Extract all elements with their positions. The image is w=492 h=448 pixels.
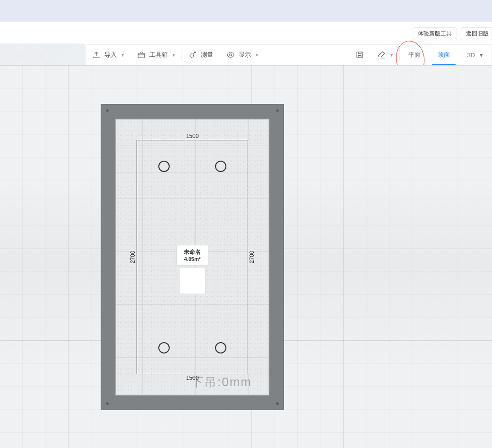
dimension-height-right: 2700 <box>249 248 255 267</box>
view-tabs: 平面 顶面 3D ▾ <box>400 45 492 65</box>
measure-button[interactable]: 测量 <box>182 45 220 65</box>
ceiling-light[interactable] <box>215 342 226 353</box>
ceiling-light[interactable] <box>158 342 170 353</box>
svg-rect-0 <box>138 53 145 58</box>
try-new-version-button[interactable]: 体验新版工具 <box>413 27 457 40</box>
chevron-down-icon: ▾ <box>256 52 258 58</box>
import-label: 导入 <box>104 51 117 59</box>
measure-label: 测量 <box>201 51 213 59</box>
toolbox-button[interactable]: 工具箱 ▾ <box>130 45 181 65</box>
eraser-button[interactable]: ▾ <box>371 45 399 65</box>
ceiling-light[interactable] <box>158 161 170 172</box>
header-actions: 体验新版工具 返回旧版 <box>413 27 492 40</box>
svg-rect-3 <box>357 52 363 58</box>
tab-3d-label: 3D <box>467 52 475 59</box>
corner-dot <box>276 402 279 405</box>
corner-dot <box>276 109 279 112</box>
display-label: 显示 <box>239 51 251 59</box>
toolbox-label: 工具箱 <box>149 51 168 59</box>
room-area: 4.05m² <box>179 256 206 262</box>
chevron-down-icon: ▾ <box>121 52 124 58</box>
design-canvas[interactable]: 1500 1500 2700 2700 未命名 4.05m² 下吊:0mm <box>0 65 492 448</box>
title-bar <box>0 0 492 24</box>
eraser-icon <box>377 51 386 59</box>
room-interior[interactable]: 1500 1500 2700 2700 未命名 4.05m² 下吊:0mm <box>115 119 269 396</box>
import-button[interactable]: 导入 ▾ <box>86 45 130 65</box>
room-name: 未命名 <box>179 248 206 256</box>
toolbar-left-gap <box>0 43 85 66</box>
measure-icon <box>189 51 197 59</box>
chevron-down-icon: ▾ <box>173 52 175 58</box>
tab-3d[interactable]: 3D ▾ <box>458 45 492 65</box>
dimension-height-left: 2700 <box>129 248 136 267</box>
drop-height-label: 下吊:0mm <box>191 374 252 390</box>
corner-dot <box>106 109 109 112</box>
chevron-down-icon: ▾ <box>480 52 483 59</box>
tab-top[interactable]: 顶面 <box>429 45 458 65</box>
ceiling-panel[interactable] <box>179 267 206 294</box>
toolbox-icon <box>137 51 146 59</box>
ceiling-light[interactable] <box>215 161 226 172</box>
upload-icon <box>92 51 101 59</box>
room-label-panel[interactable]: 未命名 4.05m² <box>176 245 208 265</box>
chevron-down-icon: ▾ <box>390 52 393 58</box>
eye-icon <box>226 51 235 59</box>
display-button[interactable]: 显示 ▾ <box>220 45 265 65</box>
dimension-width-top: 1500 <box>183 133 202 139</box>
save-icon <box>355 51 364 59</box>
return-old-version-button[interactable]: 返回旧版 <box>461 27 492 40</box>
main-toolbar: 导入 ▾ 工具箱 ▾ 测量 显示 ▾ ▾ 平面 顶 <box>85 44 492 65</box>
tab-plan[interactable]: 平面 <box>400 45 429 65</box>
svg-point-2 <box>230 54 232 56</box>
room-wall[interactable]: 1500 1500 2700 2700 未命名 4.05m² 下吊:0mm <box>101 104 284 410</box>
svg-point-1 <box>190 54 194 58</box>
save-button[interactable] <box>349 45 371 65</box>
corner-dot <box>106 402 109 405</box>
